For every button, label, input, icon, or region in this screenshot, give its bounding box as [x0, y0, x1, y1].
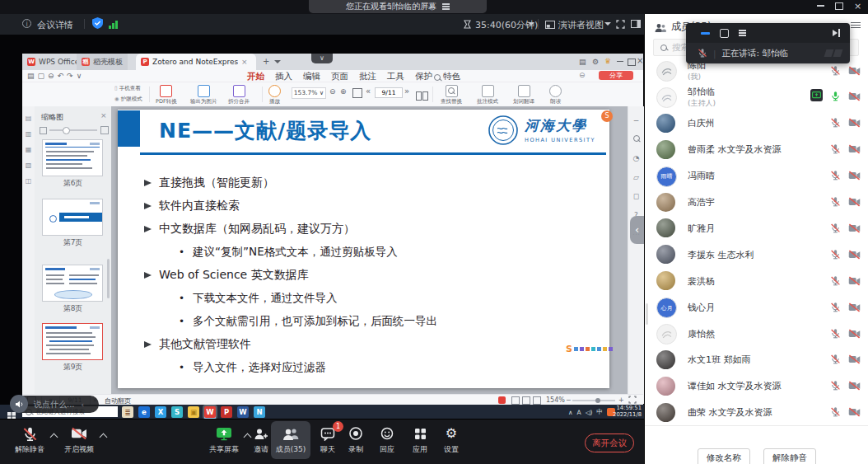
thumbnail-panel-close-icon[interactable]: ×	[100, 111, 107, 120]
play-button[interactable]: 播放	[268, 85, 281, 105]
find-replace-button[interactable]: 查找替换	[441, 85, 462, 105]
network-signal-icon[interactable]	[109, 21, 118, 31]
slide-thumbnail[interactable]	[42, 265, 103, 302]
danmaku-input[interactable]: 说点什么... ‹	[12, 396, 99, 413]
comment-icon[interactable]: ▦	[26, 146, 32, 153]
edit-icon[interactable]: ▱	[633, 173, 639, 181]
prev-page-icon[interactable]: «	[366, 87, 371, 96]
wps-menu-8[interactable]: 特色	[443, 71, 460, 82]
attachment-icon[interactable]: ◫	[26, 177, 32, 185]
participant-row[interactable]: 李援东 生态水利	[653, 241, 861, 268]
outline-icon[interactable]: ▥	[26, 130, 32, 138]
continuous-icon[interactable]	[533, 396, 541, 405]
mic-muted-icon[interactable]	[830, 115, 841, 131]
new-tab-button[interactable]: +	[263, 57, 269, 66]
wps-menu-4[interactable]: 页面	[331, 71, 348, 82]
quick-access-icons[interactable]: ▤▢⊖↶↷∨	[27, 72, 85, 80]
two-page-view-icon[interactable]	[416, 88, 428, 104]
wps-menu-2[interactable]: 插入	[275, 71, 292, 82]
collapse-icon[interactable]: −	[633, 116, 640, 124]
camera-off-icon[interactable]	[848, 274, 861, 289]
single-page-icon[interactable]	[511, 396, 520, 405]
camera-off-icon[interactable]	[848, 221, 861, 237]
leave-meeting-button[interactable]: 离开会议	[585, 434, 634, 452]
tray-expand-icon[interactable]: ∧	[568, 409, 573, 416]
assistant-badge-icon[interactable]: S	[601, 110, 613, 122]
mic-muted-icon[interactable]	[830, 352, 841, 368]
mic-on-icon[interactable]	[830, 89, 841, 105]
presentation-mode-icon[interactable]	[498, 396, 506, 404]
camera-off-icon[interactable]	[848, 142, 861, 157]
share-button[interactable]: 分享	[599, 71, 633, 80]
unmute-button[interactable]: 解除静音	[8, 421, 51, 459]
participant-row[interactable]: 康怡然	[653, 321, 861, 347]
mic-muted-icon[interactable]	[830, 300, 841, 316]
mic-muted-icon[interactable]	[830, 326, 841, 342]
info-icon[interactable]: i	[22, 19, 31, 28]
bookmark-icon[interactable]: ▧	[26, 162, 32, 169]
settings-button[interactable]: ⚙ 设置	[436, 421, 466, 459]
slide-thumbnail[interactable]	[42, 139, 103, 176]
zoom-in-icon[interactable]: ⊕	[340, 87, 347, 96]
meeting-details-link[interactable]: 会议详情	[37, 19, 73, 31]
mic-muted-icon[interactable]	[830, 195, 841, 210]
taskbar-app-word[interactable]: W	[237, 406, 249, 418]
wps-minimize-icon[interactable]	[617, 61, 623, 62]
camera-off-icon[interactable]	[848, 63, 861, 79]
participant-row[interactable]: 雨晴冯雨晴	[653, 163, 861, 190]
panel-collapse-handle[interactable]: ‹	[630, 216, 644, 244]
mic-muted-icon[interactable]	[830, 378, 841, 394]
participant-row[interactable]: 旷雅月	[653, 215, 861, 241]
window-close-button[interactable]: ×	[854, 1, 861, 12]
mic-muted-icon[interactable]	[830, 405, 841, 420]
reactions-button[interactable]: 回应	[372, 421, 402, 459]
taskbar-app-wps[interactable]: W	[204, 406, 216, 418]
search-icon[interactable]	[633, 135, 640, 143]
camera-off-icon[interactable]	[848, 247, 861, 263]
status-zoom-in-icon[interactable]: +	[618, 396, 624, 404]
thumb-slider-knob[interactable]	[63, 127, 70, 134]
mic-muted-icon[interactable]	[830, 274, 841, 289]
zoom-out-icon[interactable]: ⊖	[329, 87, 336, 96]
notification-collapse-pill[interactable]: ∨	[311, 54, 333, 63]
page-indicator-input[interactable]: 9/11	[375, 87, 403, 98]
rotate-icon[interactable]: ◔	[633, 154, 640, 162]
panel-menu-icon[interactable]	[851, 21, 861, 30]
window-minimize-button[interactable]	[817, 5, 824, 7]
participant-row[interactable]: 水文1班 郑如雨	[653, 347, 861, 373]
fullscreen-icon[interactable]	[616, 20, 625, 31]
slide-thumbnail[interactable]	[42, 199, 103, 236]
participant-row[interactable]: 谭佳如 水文学及水资源	[653, 373, 861, 400]
view-caret-icon[interactable]	[604, 22, 611, 26]
taskbar-app-explorer[interactable]: ▣	[188, 406, 199, 418]
camera-off-icon[interactable]	[848, 326, 861, 342]
mic-muted-icon[interactable]	[830, 142, 841, 157]
wps-menu-6[interactable]: 工具	[387, 71, 404, 82]
taskbar-app-edge[interactable]: e	[138, 406, 150, 418]
taskbar-app-pdf[interactable]: P	[221, 406, 232, 418]
participant-row[interactable]: 高浩宇	[653, 190, 861, 216]
share-screen-button[interactable]: 共享屏幕	[204, 421, 244, 459]
tray-volume-icon[interactable]: ◁)	[586, 409, 593, 416]
speaker-icon[interactable]	[10, 395, 28, 413]
camera-off-icon[interactable]	[848, 195, 861, 210]
mic-muted-icon[interactable]	[830, 168, 841, 184]
gear-icon[interactable]: ⚙	[592, 58, 599, 66]
taskbar-clock[interactable]: 14:59:51 2022/11/8	[610, 405, 642, 418]
thumb-zoom-slider[interactable]	[49, 129, 97, 131]
danmaku-collapse-icon[interactable]: ‹	[82, 401, 85, 409]
camera-off-icon[interactable]	[848, 352, 861, 368]
participant-row[interactable]: 邹怡临(主持人)	[653, 84, 861, 110]
thumb-zoom-out-icon[interactable]	[40, 127, 47, 134]
camera-off-icon[interactable]	[848, 405, 861, 420]
timer-caret-icon[interactable]	[528, 22, 534, 26]
participant-row[interactable]: 曲荣 水文学及水资源	[653, 400, 861, 426]
zoom-select[interactable]: 153.7% ∨	[292, 87, 326, 99]
tab-list-caret[interactable]	[274, 60, 281, 63]
participant-row[interactable]: 心月钱心月	[653, 294, 861, 321]
unmute-all-button[interactable]: 解除静音	[763, 448, 816, 464]
taskbar-app-s-app[interactable]: S	[171, 406, 183, 418]
camera-off-icon[interactable]	[848, 89, 861, 105]
taskbar-app-thunder[interactable]: X	[155, 406, 166, 418]
rename-button[interactable]: 修改名称	[698, 448, 750, 464]
